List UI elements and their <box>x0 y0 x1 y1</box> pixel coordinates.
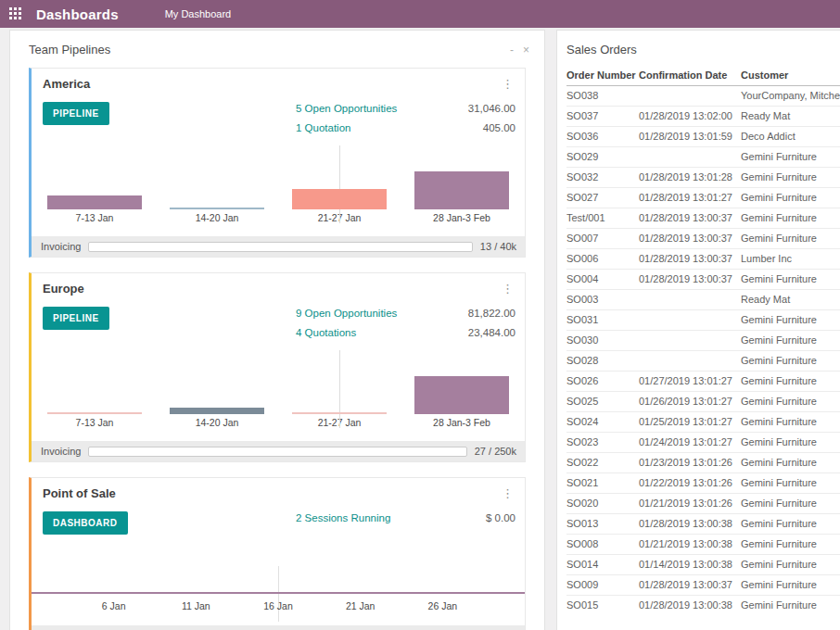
chart-bar[interactable] <box>170 408 265 414</box>
invoicing-strip: Invoicing 27 / 250k <box>32 441 525 461</box>
customer-cell: YourCompany, Mitchell Admin <box>741 85 840 106</box>
sales-order-row[interactable]: SO031Gemini Furniture <box>566 309 840 330</box>
column-header-customer[interactable]: Customer <box>741 66 840 85</box>
column-header-confirmation-date[interactable]: Confirmation Date <box>639 66 741 85</box>
order-number-cell: SO020 <box>566 493 639 513</box>
kebab-menu-icon[interactable]: ⋮ <box>500 489 515 498</box>
sales-order-row[interactable]: SO02201/23/2019 13:01:26Gemini Furniture <box>566 452 840 472</box>
customer-cell: Gemini Furniture <box>741 452 840 472</box>
order-number-cell: SO037 <box>566 106 639 126</box>
open-opportunities-link[interactable]: 9 Open Opportunities <box>296 304 397 323</box>
card-stats: 5 Open Opportunities 31,046.00 1 Quotati… <box>296 99 515 138</box>
sales-order-row[interactable]: SO02101/22/2019 13:01:26Gemini Furniture <box>566 472 840 493</box>
sales-order-row[interactable]: SO01401/14/2019 13:00:38Gemini Furniture <box>566 554 840 574</box>
confirmation-date-cell: 01/28/2019 13:02:00 <box>639 106 741 126</box>
chart-bar[interactable] <box>292 189 388 209</box>
sessions-amount: $ 0.00 <box>486 509 515 528</box>
apps-grid-icon[interactable] <box>9 7 22 20</box>
menu-item-my-dashboard[interactable]: My Dashboard <box>156 0 241 28</box>
sales-order-row[interactable]: SO03701/28/2019 13:02:00Ready Mat <box>566 106 840 126</box>
sales-order-row[interactable]: SO01501/28/2019 13:00:38Gemini Furniture <box>566 595 840 615</box>
confirmation-date-cell: 01/21/2019 13:01:26 <box>639 493 741 513</box>
order-number-cell: SO027 <box>566 187 639 208</box>
sales-order-row[interactable]: SO02401/25/2019 13:01:27Gemini Furniture <box>566 411 840 432</box>
bar-chart: 7-13 Jan14-20 Jan21-27 Jan28 Jan-3 Feb <box>33 158 523 223</box>
opportunities-amount: 31,046.00 <box>468 99 515 119</box>
app-title: Dashboards <box>36 6 119 22</box>
kebab-menu-icon[interactable]: ⋮ <box>500 80 515 89</box>
chart-bar[interactable] <box>47 412 143 414</box>
invoicing-value: 13 / 40k <box>480 241 516 252</box>
pipeline-button[interactable]: PIPELINE <box>43 102 109 125</box>
chart-bar[interactable] <box>170 208 265 209</box>
chart-bar[interactable] <box>292 412 388 414</box>
sales-order-row[interactable]: SO02301/24/2019 13:01:27Gemini Furniture <box>566 432 840 452</box>
sales-order-row[interactable]: SO038YourCompany, Mitchell Admin <box>566 85 840 106</box>
confirmation-date-cell <box>639 289 741 309</box>
kebab-menu-icon[interactable]: ⋮ <box>500 284 515 294</box>
bar-slot <box>33 195 156 209</box>
sales-order-row[interactable]: SO03601/28/2019 13:01:59Deco Addict <box>566 126 840 146</box>
confirmation-date-cell: 01/28/2019 13:00:37 <box>639 208 741 228</box>
quotations-link[interactable]: 4 Quotations <box>296 323 356 343</box>
sales-order-row[interactable]: SO00701/28/2019 13:00:37Gemini Furniture <box>566 228 840 248</box>
card-stats: 2 Sessions Running $ 0.00 <box>296 509 515 528</box>
sales-order-row[interactable]: SO029Gemini Furniture <box>566 146 840 167</box>
confirmation-date-cell: 01/28/2019 13:00:37 <box>639 228 741 248</box>
confirmation-date-cell: 01/28/2019 13:01:59 <box>639 126 741 146</box>
order-number-cell: Test/001 <box>566 208 639 228</box>
confirmation-date-cell: 01/27/2019 13:01:27 <box>639 371 741 391</box>
open-opportunities-link[interactable]: 5 Open Opportunities <box>296 99 397 119</box>
confirmation-date-cell: 01/28/2019 13:00:38 <box>639 513 741 534</box>
close-icon[interactable]: × <box>523 45 529 55</box>
confirmation-date-cell: 01/14/2019 13:00:38 <box>639 554 741 574</box>
x-axis-label: 28 Jan-3 Feb <box>401 209 523 223</box>
sales-order-row[interactable]: SO00801/21/2019 13:00:38Gemini Furniture <box>566 534 840 554</box>
sessions-running-link[interactable]: 2 Sessions Running <box>296 509 390 528</box>
column-header-order-number[interactable]: Order Number <box>566 66 639 85</box>
x-axis-label: 21 Jan <box>346 600 375 611</box>
x-axis-label: 7-13 Jan <box>33 209 156 223</box>
x-axis-label: 7-13 Jan <box>33 414 156 428</box>
dashboard-button[interactable]: DASHBOARD <box>43 511 128 535</box>
sales-order-row[interactable]: Test/00101/28/2019 13:00:37Gemini Furnit… <box>566 208 840 228</box>
order-number-cell: SO004 <box>566 269 639 289</box>
bar-chart: 7-13 Jan14-20 Jan21-27 Jan28 Jan-3 Feb <box>33 363 523 428</box>
card-title: Europe <box>43 282 500 296</box>
card-title: America <box>43 77 500 91</box>
sales-order-row[interactable]: SO00401/28/2019 13:00:37Gemini Furniture <box>566 269 840 289</box>
sales-order-row[interactable]: SO00901/28/2019 13:00:37Gemini Furniture <box>566 574 840 595</box>
quotations-link[interactable]: 1 Quotation <box>296 119 350 138</box>
confirmation-date-cell: 01/28/2019 13:00:38 <box>639 595 741 615</box>
customer-cell: Gemini Furniture <box>741 228 840 248</box>
customer-cell: Gemini Furniture <box>741 432 840 452</box>
customer-cell: Gemini Furniture <box>741 574 840 595</box>
x-axis-label: 11 Jan <box>182 600 210 611</box>
sales-order-row[interactable]: SO03201/28/2019 13:01:28Gemini Furniture <box>566 167 840 187</box>
sales-orders-table: Order Number Confirmation Date Customer … <box>566 66 840 615</box>
chart-bar[interactable] <box>47 195 143 209</box>
sales-order-row[interactable]: SO02601/27/2019 13:01:27Gemini Furniture <box>566 371 840 391</box>
sales-order-row[interactable]: SO02501/26/2019 13:01:27Gemini Furniture <box>566 391 840 411</box>
order-number-cell: SO030 <box>566 330 639 350</box>
sales-order-row[interactable]: SO028Gemini Furniture <box>566 350 840 371</box>
customer-cell: Gemini Furniture <box>741 554 840 574</box>
chart-bar[interactable] <box>414 171 510 209</box>
confirmation-date-cell: 01/28/2019 13:00:37 <box>639 269 741 289</box>
pipeline-button[interactable]: PIPELINE <box>43 307 109 330</box>
sales-order-row[interactable]: SO030Gemini Furniture <box>566 330 840 350</box>
minimize-icon[interactable]: - <box>510 45 514 55</box>
customer-cell: Gemini Furniture <box>741 330 840 350</box>
sales-order-row[interactable]: SO003Ready Mat <box>566 289 840 309</box>
customer-cell: Gemini Furniture <box>741 595 840 615</box>
confirmation-date-cell <box>639 350 741 371</box>
sales-order-row[interactable]: SO00601/28/2019 13:00:37Lumber Inc <box>566 248 840 269</box>
sales-order-row[interactable]: SO01301/28/2019 13:00:38Gemini Furniture <box>566 513 840 534</box>
panel-title: Sales Orders <box>566 43 840 57</box>
flat-line-series <box>32 592 525 594</box>
bar-slot <box>156 208 278 209</box>
order-number-cell: SO008 <box>566 534 639 554</box>
sales-order-row[interactable]: SO02701/28/2019 13:01:27Gemini Furniture <box>566 187 840 208</box>
sales-order-row[interactable]: SO02001/21/2019 13:01:26Gemini Furniture <box>566 493 840 513</box>
chart-bar[interactable] <box>414 376 510 414</box>
